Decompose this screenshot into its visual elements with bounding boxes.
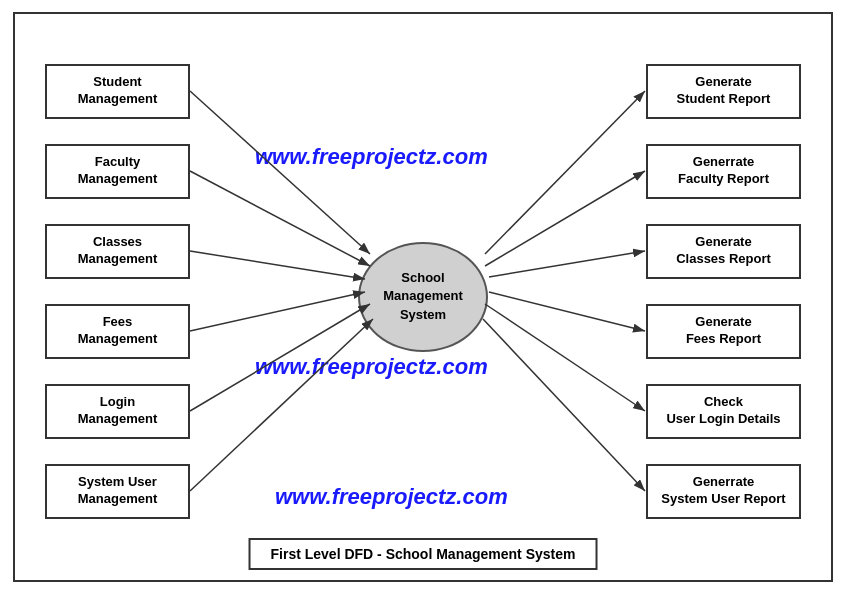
student-mgmt-box: StudentManagement [45, 64, 190, 119]
faculty-mgmt-box: FacultyManagement [45, 144, 190, 199]
svg-line-10 [489, 292, 645, 331]
gen-classes-box: GenerateClasses Report [646, 224, 801, 279]
check-login-box: CheckUser Login Details [646, 384, 801, 439]
svg-line-11 [485, 304, 645, 411]
svg-line-1 [190, 91, 370, 254]
svg-line-9 [489, 251, 645, 277]
gen-student-box: GenerateStudent Report [646, 64, 801, 119]
gen-system-user-box: GenerrateSystem User Report [646, 464, 801, 519]
system-user-mgmt-box: System UserManagement [45, 464, 190, 519]
svg-line-8 [485, 171, 645, 266]
svg-line-5 [190, 304, 370, 411]
login-mgmt-box: LoginManagement [45, 384, 190, 439]
footer-label: First Level DFD - School Management Syst… [249, 538, 598, 570]
svg-line-7 [485, 91, 645, 254]
svg-line-6 [190, 319, 373, 491]
svg-line-12 [483, 319, 645, 491]
watermark-bot: www.freeprojectz.com [275, 484, 508, 510]
diagram-container: www.freeprojectz.com www.freeprojectz.co… [13, 12, 833, 582]
fees-mgmt-box: FeesManagement [45, 304, 190, 359]
svg-line-2 [190, 171, 370, 266]
classes-mgmt-box: ClassesManagement [45, 224, 190, 279]
center-circle: SchoolManagementSystem [358, 242, 488, 352]
svg-line-3 [190, 251, 365, 279]
gen-fees-box: GenerateFees Report [646, 304, 801, 359]
watermark-top: www.freeprojectz.com [255, 144, 488, 170]
svg-line-4 [190, 292, 365, 331]
watermark-mid: www.freeprojectz.com [255, 354, 488, 380]
gen-faculty-box: GenerrateFaculty Report [646, 144, 801, 199]
